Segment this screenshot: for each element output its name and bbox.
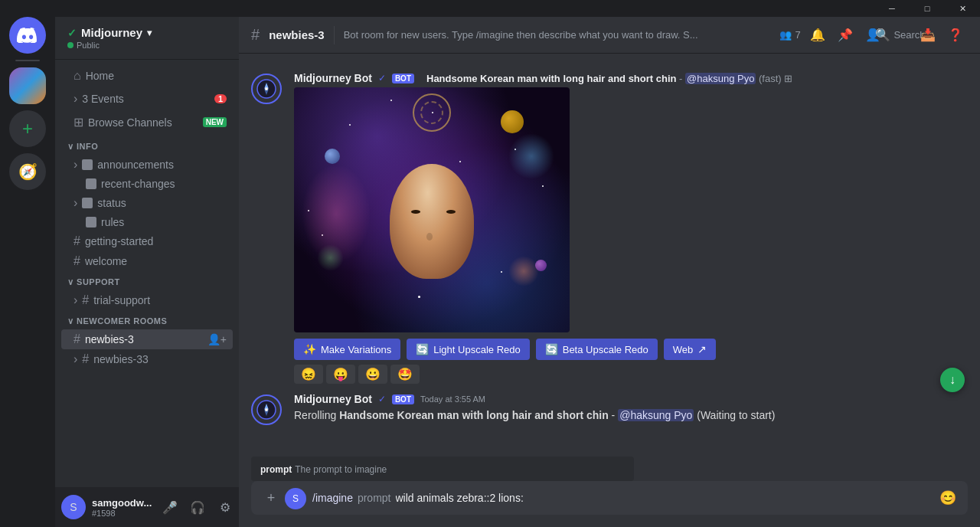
- newbies-33-hash-icon: #: [82, 352, 89, 366]
- command-name: /imagine: [312, 492, 353, 504]
- header-divider: [334, 26, 335, 44]
- message-input-field[interactable]: [396, 492, 932, 504]
- sidebar-item-rules[interactable]: rules: [61, 213, 233, 231]
- search-bar[interactable]: 🔍 Search: [888, 23, 913, 47]
- gear-decoration: [413, 93, 451, 132]
- rules-icon: [86, 217, 96, 227]
- getting-started-label: getting-started: [85, 235, 227, 247]
- members-count-value: 7: [795, 29, 800, 41]
- midjourney-server-icon[interactable]: [9, 67, 46, 104]
- help-button[interactable]: ❓: [943, 23, 968, 47]
- inbox-button[interactable]: 📥: [916, 23, 940, 47]
- message-image: [294, 87, 570, 332]
- attach-button[interactable]: +: [257, 484, 285, 512]
- emoji-button[interactable]: 😊: [934, 484, 962, 512]
- discover-servers-button[interactable]: 🧭: [9, 153, 46, 190]
- settings-button[interactable]: ⚙: [213, 495, 237, 519]
- members-icon: 👥: [779, 29, 792, 41]
- newbies-33-collapse-icon: ›: [74, 352, 77, 366]
- sidebar-item-browse-channels[interactable]: ⊞ Browse Channels NEW: [61, 112, 233, 133]
- action-buttons: ✨ Make Variations 🔄 Light Upscale Redo 🔄…: [294, 339, 968, 360]
- events-label: 3 Events: [82, 93, 210, 105]
- support-section-header[interactable]: ∨ SUPPORT: [55, 274, 239, 290]
- reaction-btn-3[interactable]: 😀: [358, 365, 387, 384]
- bot-badge: BOT: [392, 74, 414, 83]
- members-count[interactable]: 👥 7: [778, 23, 802, 47]
- channel-header-name: newbies-3: [269, 28, 325, 41]
- mute-channel-button[interactable]: 🔔: [805, 23, 830, 47]
- messages-area: Midjourney Bot ✓ BOT Handsome Korean man…: [239, 54, 980, 453]
- trial-support-collapse-icon: ›: [74, 293, 77, 307]
- server-chevron-icon: ▾: [147, 28, 152, 38]
- deafen-button[interactable]: 🎧: [185, 495, 210, 519]
- channel-header: # newbies-3 Bot room for new users. Type…: [239, 17, 980, 54]
- light-upscale-redo-button[interactable]: 🔄 Light Upscale Redo: [407, 339, 529, 360]
- bot-verified-icon: ✓: [378, 73, 386, 83]
- reactions: 😖 😛 😀 🤩: [294, 365, 968, 384]
- prompt-popup-text: The prompt to imagine: [295, 464, 387, 475]
- sidebar-item-getting-started[interactable]: # getting-started: [61, 231, 233, 251]
- beta-upscale-redo-label: Beta Upscale Redo: [563, 344, 648, 355]
- add-member-icon[interactable]: 👤+: [207, 333, 227, 345]
- discord-home-icon[interactable]: [9, 17, 46, 54]
- table-row: Midjourney Bot ✓ BOT Handsome Korean man…: [239, 66, 980, 387]
- sidebar-item-recent-changes[interactable]: recent-changes: [61, 175, 233, 193]
- planet2: [325, 149, 340, 164]
- home-label: Home: [86, 70, 227, 82]
- message-timestamp-2: Today at 3:55 AM: [420, 394, 485, 404]
- search-icon: 🔍: [875, 28, 890, 42]
- mute-button[interactable]: 🎤: [158, 495, 182, 519]
- beta-upscale-icon: 🔄: [545, 343, 558, 355]
- sidebar-item-welcome[interactable]: # welcome: [61, 251, 233, 271]
- sidebar-item-status[interactable]: › status: [61, 193, 233, 213]
- server-status: Public: [67, 41, 152, 50]
- image-action-icon[interactable]: ⊞: [784, 73, 792, 84]
- sidebar-item-trial-support[interactable]: › # trial-support: [61, 290, 233, 310]
- trial-support-label: trial-support: [93, 294, 227, 306]
- bot-badge-2: BOT: [392, 394, 414, 404]
- server-header[interactable]: ✓ Midjourney ▾ Public: [55, 17, 239, 60]
- reaction-btn-2[interactable]: 😛: [326, 365, 355, 384]
- make-variations-button[interactable]: ✨ Make Variations: [294, 339, 400, 360]
- light-upscale-icon: 🔄: [416, 343, 429, 355]
- reaction-btn-4[interactable]: 🤩: [390, 365, 420, 384]
- browse-icon: ⊞: [74, 115, 83, 129]
- sidebar-item-home[interactable]: ⌂ Home: [61, 66, 233, 86]
- new-badge: NEW: [203, 117, 227, 127]
- web-label: Web: [673, 344, 694, 355]
- pin-button[interactable]: 📌: [833, 23, 858, 47]
- make-variations-label: Make Variations: [321, 344, 391, 355]
- sidebar-item-newbies-3[interactable]: # newbies-3 👤+: [61, 329, 233, 349]
- channel-hash-icon: #: [251, 26, 260, 44]
- prompt-popup: prompt The prompt to imagine: [251, 457, 634, 481]
- user-panel: S samgoodw... #1598 🎤 🎧 ⚙: [55, 487, 239, 527]
- web-external-icon: ↗: [697, 343, 707, 355]
- message-text-2: Rerolling Handsome Korean man with long …: [294, 408, 968, 424]
- scroll-to-bottom-button[interactable]: ↓: [940, 368, 965, 392]
- message-text-inline: Handsome Korean man with long hair and s…: [426, 73, 792, 84]
- support-section-label: ∨ SUPPORT: [67, 277, 120, 287]
- info-section-label: ∨ INFO: [67, 142, 98, 152]
- server-name: ✓ Midjourney ▾: [67, 26, 152, 39]
- newcomer-rooms-section-header[interactable]: ∨ NEWCOMER ROOMS: [55, 313, 239, 329]
- newbies-3-hash-icon: #: [74, 332, 80, 346]
- web-button[interactable]: Web ↗: [664, 339, 717, 360]
- browse-channels-label: Browse Channels: [88, 116, 198, 129]
- minimize-button[interactable]: ─: [874, 0, 910, 17]
- beta-upscale-redo-button[interactable]: 🔄 Beta Upscale Redo: [536, 339, 658, 360]
- add-server-button[interactable]: +: [9, 110, 46, 147]
- mention-2: @haksung Pyo: [618, 409, 694, 421]
- sidebar-item-announcements[interactable]: › announcements: [61, 155, 233, 175]
- message-header: Midjourney Bot ✓ BOT Handsome Korean man…: [294, 72, 968, 84]
- info-section-header[interactable]: ∨ INFO: [55, 139, 239, 155]
- message-author-2: Midjourney Bot: [294, 393, 372, 405]
- portrait-face-area: [374, 164, 489, 309]
- trial-support-hash-icon: #: [82, 293, 89, 307]
- close-button[interactable]: ✕: [945, 0, 980, 17]
- channel-sidebar: ✓ Midjourney ▾ Public ⌂ Home › 3 Events …: [55, 0, 239, 527]
- light-upscale-redo-label: Light Upscale Redo: [433, 344, 520, 355]
- sidebar-item-newbies-33[interactable]: › # newbies-33: [61, 349, 233, 369]
- sidebar-item-events[interactable]: › 3 Events 1: [61, 89, 233, 109]
- reaction-btn-1[interactable]: 😖: [294, 365, 323, 384]
- maximize-button[interactable]: □: [910, 0, 945, 17]
